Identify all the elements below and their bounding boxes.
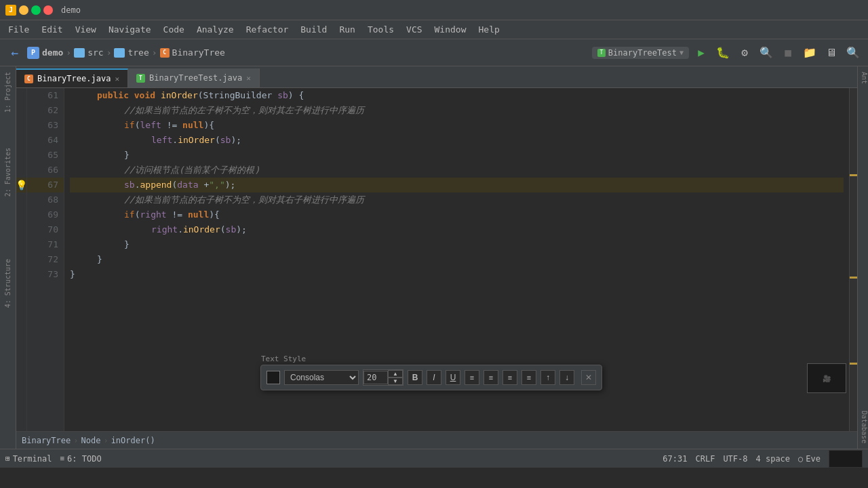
- breadcrumb-class[interactable]: BinaryTree: [172, 47, 225, 58]
- align-right-button[interactable]: ≡: [502, 370, 517, 385]
- sidebar-project-label[interactable]: 1: Project: [4, 69, 12, 115]
- linenum-64: 64: [47, 133, 58, 148]
- tab-binarytree-close[interactable]: ✕: [115, 75, 119, 83]
- tab-binarytreetest-label: BinaryTreeTest.java: [149, 73, 242, 83]
- profile-button[interactable]: 🔍: [757, 43, 776, 62]
- right-sidebar-ant: Ant Database: [857, 66, 868, 449]
- breadcrumb-src[interactable]: src: [87, 47, 103, 58]
- sidebar-favorites-label[interactable]: 2: Favorites: [4, 145, 12, 199]
- minimize-button[interactable]: [19, 5, 28, 15]
- bottom-sep1: ›: [73, 436, 78, 445]
- underline-button[interactable]: U: [446, 370, 460, 385]
- menu-file[interactable]: File: [3, 23, 35, 36]
- coverage-button[interactable]: ⚙: [735, 43, 754, 62]
- indent-info[interactable]: 4 space: [756, 454, 791, 464]
- menu-navigate[interactable]: Navigate: [103, 23, 157, 36]
- menu-tools[interactable]: Tools: [362, 23, 399, 36]
- var-sb-67: sb: [124, 178, 135, 192]
- lightbulb-icon[interactable]: 💡: [16, 180, 27, 190]
- sdk-button[interactable]: 🖥: [822, 43, 841, 62]
- debug-button[interactable]: 🐛: [713, 43, 732, 62]
- line-67: 67: [27, 178, 64, 192]
- sym-73: }: [70, 267, 75, 282]
- build-project-button[interactable]: 📁: [800, 43, 819, 62]
- tab-binarytree[interactable]: C BinaryTree.java ✕: [16, 68, 128, 87]
- indent-increase-button[interactable]: ↑: [540, 370, 555, 385]
- font-size-input[interactable]: 20: [363, 371, 388, 384]
- var-sb-64: sb: [220, 133, 231, 148]
- menu-edit[interactable]: Edit: [36, 23, 68, 36]
- back-button[interactable]: ←: [5, 43, 24, 62]
- align-center-button[interactable]: ≡: [484, 370, 498, 385]
- menu-run[interactable]: Run: [334, 23, 360, 36]
- window-controls: [19, 5, 53, 15]
- code-line-62: //如果当前节点的左子树不为空，则对其左子树进行中序遍历: [70, 103, 844, 118]
- sym-64-2: (: [215, 133, 220, 148]
- stop-button[interactable]: ■: [778, 43, 797, 62]
- run-button[interactable]: ▶: [692, 43, 711, 62]
- linenum-71: 71: [47, 237, 58, 252]
- gutter-63: [16, 118, 26, 133]
- todo-button[interactable]: ≡ 6: TODO: [60, 454, 101, 464]
- line-numbers: 61 62 63 64 65 66 67 68 69 70 71 72 73: [27, 88, 64, 431]
- status-bar: ⊞ Terminal ≡ 6: TODO 67:31 CRLF UTF-8 4 …: [0, 449, 868, 468]
- sym-69-2: !=: [172, 207, 182, 222]
- video-thumbnail: 🎥: [807, 363, 846, 393]
- menu-view[interactable]: View: [70, 23, 102, 36]
- line-63: 63: [27, 118, 64, 133]
- database-label[interactable]: Database: [858, 405, 868, 449]
- chevron-down-icon: ▼: [679, 49, 684, 56]
- search-everywhere-button[interactable]: 🔍: [844, 43, 863, 62]
- align-justify-button[interactable]: ≡: [521, 370, 536, 385]
- menu-refactor[interactable]: Refactor: [241, 23, 294, 36]
- sidebar-structure-label[interactable]: 4: Structure: [4, 256, 12, 310]
- menu-help[interactable]: Help: [473, 23, 505, 36]
- title-bar-left: J demo: [5, 5, 81, 16]
- bold-button[interactable]: B: [408, 370, 422, 385]
- tab-binarytreetest[interactable]: T BinaryTreeTest.java ✕: [128, 68, 260, 87]
- ant-label[interactable]: Ant: [858, 66, 868, 89]
- var-sb-70: sb: [226, 222, 237, 237]
- menu-build[interactable]: Build: [295, 23, 332, 36]
- method-inorder: inOrder: [161, 88, 198, 103]
- bottom-method: inOrder(): [111, 436, 155, 445]
- binarytreetest-tab-icon: T: [136, 74, 145, 83]
- line-ending[interactable]: CRLF: [695, 454, 715, 464]
- close-button[interactable]: [43, 5, 53, 15]
- color-swatch[interactable]: [267, 371, 280, 384]
- indent-decrease-button[interactable]: ↓: [559, 370, 574, 385]
- todo-label: 6: TODO: [67, 454, 102, 464]
- close-popup-button[interactable]: ✕: [581, 370, 596, 385]
- menu-analyze[interactable]: Analyze: [191, 23, 239, 36]
- italic-button[interactable]: I: [427, 370, 441, 385]
- align-left-button[interactable]: ≡: [465, 370, 479, 385]
- method-append: append: [140, 178, 172, 192]
- window-title: demo: [61, 5, 81, 15]
- terminal-button[interactable]: ⊞ Terminal: [5, 454, 52, 464]
- var-left-63: left: [140, 118, 161, 133]
- menu-window[interactable]: Window: [429, 23, 472, 36]
- todo-icon: ≡: [60, 454, 64, 463]
- sep3: ›: [152, 47, 157, 58]
- tab-binarytreetest-close[interactable]: ✕: [246, 74, 251, 83]
- breadcrumb-package[interactable]: tree: [127, 47, 149, 58]
- null-69: null: [188, 207, 209, 222]
- kw-if-63: if: [124, 118, 135, 133]
- menu-code[interactable]: Code: [158, 23, 190, 36]
- run-config-selector[interactable]: T BinaryTreeTest ▼: [592, 47, 689, 59]
- sym-67-1: .: [135, 178, 140, 192]
- sym-61-2: ) {: [288, 88, 304, 103]
- size-down-button[interactable]: ▼: [388, 378, 403, 385]
- maximize-button[interactable]: [31, 5, 41, 15]
- menu-vcs[interactable]: VCS: [401, 23, 427, 36]
- sym-69-3: ){: [209, 207, 220, 222]
- cursor-position[interactable]: 67:31: [663, 454, 687, 464]
- breadcrumb-project[interactable]: demo: [42, 47, 63, 58]
- line-72: 72: [27, 252, 64, 267]
- font-select[interactable]: Consolas: [284, 370, 359, 385]
- var-sb-61: sb: [277, 88, 288, 103]
- encoding[interactable]: UTF-8: [723, 454, 747, 464]
- status-left: ⊞ Terminal ≡ 6: TODO: [5, 454, 102, 464]
- comment-68: //如果当前节点的右子树不为空，则对其右子树进行中序遍历: [124, 192, 364, 207]
- size-up-button[interactable]: ▲: [388, 370, 403, 378]
